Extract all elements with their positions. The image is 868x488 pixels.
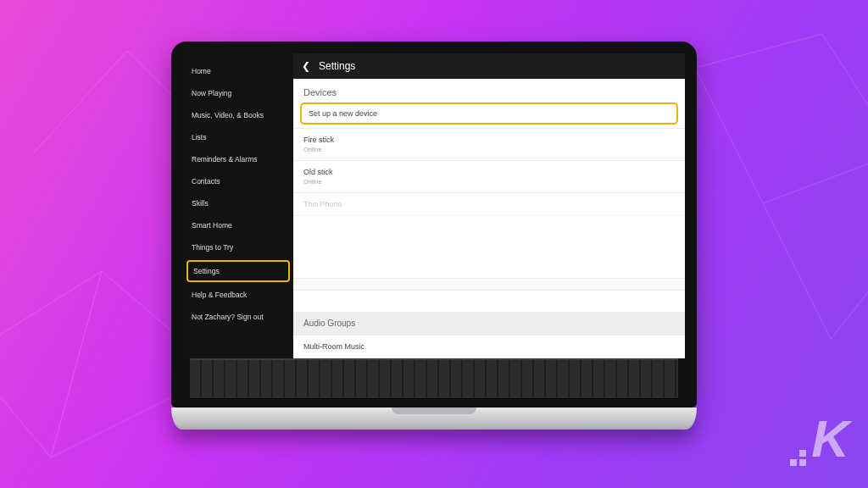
- sidebar-item-settings[interactable]: Settings: [186, 260, 290, 282]
- sidebar-item-now-playing[interactable]: Now Playing: [183, 82, 293, 104]
- laptop-keyboard: [190, 358, 678, 399]
- laptop-notch: [392, 408, 476, 414]
- sidebar-item-reminders-alarms[interactable]: Reminders & Alarms: [183, 148, 293, 170]
- back-icon[interactable]: ❮: [302, 60, 310, 72]
- sidebar-item-contacts[interactable]: Contacts: [183, 170, 293, 192]
- page-title: Settings: [319, 60, 355, 72]
- spacer-row: [293, 278, 685, 290]
- sidebar-item-skills[interactable]: Skills: [183, 192, 293, 214]
- sidebar-item-things-to-try[interactable]: Things to Try: [183, 236, 293, 258]
- app-screen: Home Now Playing Music, Video, & Books L…: [183, 53, 685, 358]
- setup-new-device-label: Set up a new device: [309, 109, 377, 118]
- device-row[interactable]: Fire stick Online: [293, 128, 685, 160]
- audio-groups-section-title: Audio Groups: [293, 312, 685, 335]
- sidebar-item-music-video-books[interactable]: Music, Video, & Books: [183, 104, 293, 126]
- device-name: Old stick: [303, 168, 675, 176]
- device-status: Online: [303, 178, 675, 186]
- blank-row: [293, 290, 685, 312]
- empty-area: [293, 215, 685, 278]
- screen-bezel: Home Now Playing Music, Video, & Books L…: [171, 42, 697, 408]
- sidebar: Home Now Playing Music, Video, & Books L…: [183, 53, 293, 358]
- page-header: ❮ Settings: [293, 53, 685, 79]
- sidebar-item-lists[interactable]: Lists: [183, 126, 293, 148]
- device-status: Online: [303, 146, 675, 153]
- brand-dots-icon: [790, 450, 806, 466]
- laptop-base: [171, 408, 697, 430]
- setup-new-device-row[interactable]: Set up a new device: [300, 103, 678, 125]
- main-pane: ❮ Settings Devices Set up a new device F…: [293, 53, 685, 358]
- device-row[interactable]: This Phone: [293, 192, 685, 215]
- device-name: Fire stick: [303, 136, 675, 144]
- audio-group-name: Multi-Room Music: [303, 342, 675, 351]
- brand-watermark: K: [790, 408, 848, 473]
- sidebar-item-smart-home[interactable]: Smart Home: [183, 214, 293, 236]
- sidebar-item-help-feedback[interactable]: Help & Feedback: [183, 284, 293, 306]
- brand-letter: K: [811, 408, 848, 469]
- devices-section-title: Devices: [293, 79, 685, 103]
- sidebar-item-sign-out[interactable]: Not Zachary? Sign out: [183, 306, 293, 328]
- device-row[interactable]: Old stick Online: [293, 160, 685, 192]
- settings-content: Devices Set up a new device Fire stick O…: [293, 79, 685, 358]
- device-name: This Phone: [303, 200, 675, 208]
- sidebar-item-home[interactable]: Home: [183, 60, 293, 82]
- laptop-frame: Home Now Playing Music, Video, & Books L…: [171, 42, 697, 430]
- audio-group-row[interactable]: Multi-Room Music: [293, 335, 685, 358]
